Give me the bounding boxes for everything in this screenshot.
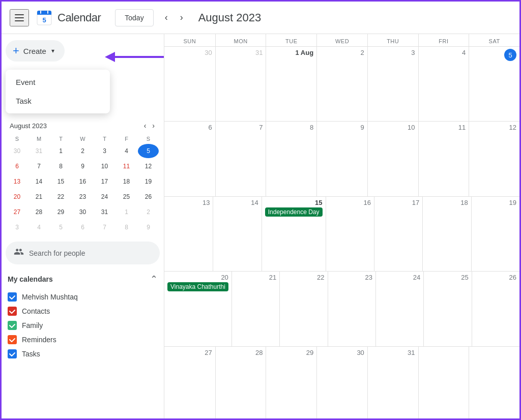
- cal-cell-18[interactable]: 18: [422, 197, 471, 271]
- dropdown-event-item[interactable]: Event: [6, 73, 110, 92]
- cal-cell-26[interactable]: 26: [472, 272, 519, 346]
- mini-cal-day[interactable]: 9: [138, 220, 159, 234]
- cal-cell-28[interactable]: 28: [215, 347, 266, 420]
- prev-month-button[interactable]: ‹: [160, 9, 173, 26]
- mini-cal-day[interactable]: 4: [116, 144, 137, 158]
- mini-cal-day[interactable]: 8: [50, 159, 71, 173]
- cal-cell-14[interactable]: 14: [213, 197, 261, 271]
- mini-cal-day[interactable]: 26: [138, 190, 159, 204]
- mini-cal-day[interactable]: 17: [94, 174, 115, 189]
- mini-cal-day[interactable]: 29: [50, 205, 71, 219]
- cal-cell-17[interactable]: 17: [374, 197, 422, 271]
- mini-cal-day[interactable]: 21: [28, 190, 49, 204]
- mini-cal-day[interactable]: 6: [7, 159, 27, 173]
- mini-cal-day[interactable]: 25: [116, 190, 137, 204]
- create-button[interactable]: + Create ▾: [6, 40, 65, 62]
- today-button[interactable]: Today: [115, 9, 153, 26]
- cal-cell-24[interactable]: 24: [375, 272, 423, 346]
- mini-cal-day[interactable]: 11: [116, 159, 137, 173]
- menu-button[interactable]: [10, 9, 29, 26]
- mini-cal-day[interactable]: 5: [138, 144, 159, 158]
- mini-cal-day[interactable]: 4: [28, 220, 49, 234]
- mini-cal-day[interactable]: 6: [72, 220, 93, 234]
- mini-cal-day[interactable]: 12: [138, 159, 159, 173]
- mini-cal-day[interactable]: 9: [72, 159, 93, 173]
- mini-cal-day-header-m: M: [28, 135, 49, 143]
- cal-cell-31b[interactable]: 31: [367, 347, 418, 420]
- cal-item-reminders[interactable]: Reminders: [6, 333, 160, 347]
- cal-cell-27[interactable]: 27: [164, 347, 215, 420]
- mini-cal-day[interactable]: 30: [7, 144, 27, 158]
- cal-cell-sep2[interactable]: [469, 347, 519, 420]
- cal-item-contacts[interactable]: Contacts: [6, 304, 160, 318]
- mini-cal-day[interactable]: 14: [28, 174, 49, 189]
- cal-cell-5[interactable]: 5: [469, 47, 519, 121]
- mini-cal-day[interactable]: 18: [116, 174, 137, 189]
- cal-cell-8[interactable]: 8: [266, 122, 316, 196]
- mini-cal-day[interactable]: 1: [50, 144, 71, 158]
- cal-cell-30[interactable]: 30: [164, 47, 215, 121]
- cal-cell-20[interactable]: 20 Vinayaka Chathurthi: [164, 272, 231, 346]
- cal-cell-6[interactable]: 6: [164, 122, 215, 196]
- cal-cell-15[interactable]: 15 Independence Day: [262, 197, 326, 271]
- mini-cal-day[interactable]: 3: [94, 144, 115, 158]
- cal-cell-31[interactable]: 31: [215, 47, 266, 121]
- mini-cal-day[interactable]: 3: [7, 220, 27, 234]
- cal-item-tasks[interactable]: Tasks: [6, 347, 160, 361]
- mini-cal-next[interactable]: ›: [149, 119, 158, 132]
- mini-cal-day[interactable]: 10: [94, 159, 115, 173]
- mini-cal-day[interactable]: 23: [72, 190, 93, 204]
- cal-cell-29[interactable]: 29: [266, 347, 316, 420]
- mini-cal-day[interactable]: 8: [116, 220, 137, 234]
- mini-cal-day[interactable]: 31: [94, 205, 115, 219]
- cal-cell-13[interactable]: 13: [164, 197, 213, 271]
- cal-cell-11[interactable]: 11: [418, 122, 469, 196]
- cal-cell-2[interactable]: 2: [316, 47, 367, 121]
- mini-cal-day[interactable]: 2: [72, 144, 93, 158]
- cal-cell-7[interactable]: 7: [215, 122, 266, 196]
- cal-week-4: 20 Vinayaka Chathurthi 21 22 23 24 25 26: [164, 272, 519, 346]
- mini-cal-day[interactable]: 28: [28, 205, 49, 219]
- mini-cal-nav: ‹ ›: [141, 119, 158, 132]
- cal-cell-3[interactable]: 3: [367, 47, 418, 121]
- event-independence-day[interactable]: Independence Day: [265, 207, 323, 217]
- mini-cal-day[interactable]: 27: [7, 205, 27, 219]
- cell-num-18: 18: [426, 199, 468, 206]
- next-month-button[interactable]: ›: [175, 9, 188, 26]
- cal-item-family[interactable]: Family: [6, 318, 160, 333]
- mini-cal-day[interactable]: 1: [116, 205, 137, 219]
- mini-cal-day[interactable]: 16: [72, 174, 93, 189]
- cal-cell-12[interactable]: 12: [469, 122, 519, 196]
- mini-cal-day[interactable]: 19: [138, 174, 159, 189]
- cal-cell-21[interactable]: 21: [231, 272, 279, 346]
- cal-cell-19[interactable]: 19: [471, 197, 519, 271]
- mini-cal-day[interactable]: 24: [94, 190, 115, 204]
- mini-cal-day[interactable]: 7: [94, 220, 115, 234]
- cal-cell-10[interactable]: 10: [367, 122, 418, 196]
- mini-cal-day[interactable]: 2: [138, 205, 159, 219]
- cal-cell-23[interactable]: 23: [328, 272, 375, 346]
- mini-cal-day[interactable]: 7: [28, 159, 49, 173]
- cal-cell-16[interactable]: 16: [326, 197, 374, 271]
- event-vinayaka[interactable]: Vinayaka Chathurthi: [167, 282, 228, 291]
- mini-cal-day[interactable]: 5: [50, 220, 71, 234]
- dropdown-task-item[interactable]: Task: [6, 92, 110, 110]
- mini-cal-day[interactable]: 20: [7, 190, 27, 204]
- mini-cal-prev[interactable]: ‹: [141, 119, 150, 132]
- cal-cell-1aug[interactable]: 1 Aug: [266, 47, 316, 121]
- mini-cal-day[interactable]: 13: [7, 174, 27, 189]
- mini-cal-day[interactable]: 22: [50, 190, 71, 204]
- cal-cell-25[interactable]: 25: [423, 272, 471, 346]
- cal-item-mehvish[interactable]: Mehvish Mushtaq: [6, 290, 160, 304]
- cal-cell-30b[interactable]: 30: [316, 347, 367, 420]
- my-calendars-collapse-icon[interactable]: ⌃: [150, 274, 158, 285]
- cal-cell-22[interactable]: 22: [279, 272, 327, 346]
- mini-cal-day[interactable]: 30: [72, 205, 93, 219]
- mini-cal-day[interactable]: 15: [50, 174, 71, 189]
- cell-num-7: 7: [219, 124, 263, 131]
- cal-cell-9[interactable]: 9: [316, 122, 367, 196]
- search-people[interactable]: Search for people: [6, 242, 160, 264]
- cal-cell-sep1[interactable]: [418, 347, 469, 420]
- cal-cell-4[interactable]: 4: [418, 47, 469, 121]
- mini-cal-day[interactable]: 31: [28, 144, 49, 158]
